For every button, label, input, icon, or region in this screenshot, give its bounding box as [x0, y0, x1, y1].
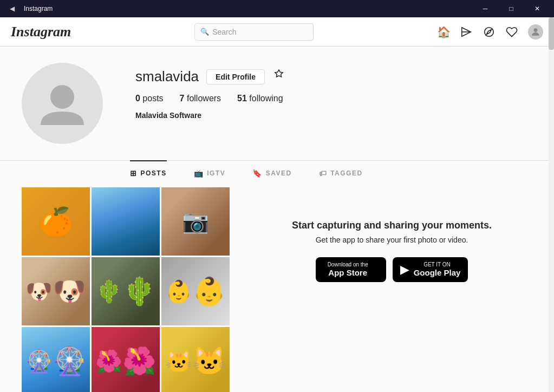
svg-marker-3: [486, 29, 491, 34]
followers-stat[interactable]: 7 followers: [180, 94, 221, 103]
googleplay-text: GET IT ON Google Play: [414, 262, 461, 278]
following-count: 51: [237, 94, 247, 103]
store-buttons: Download on the App Store ▶ GET IT ON Go…: [316, 257, 468, 282]
profile-row1: smalavida Edit Profile: [135, 68, 532, 85]
appstore-text: Download on the App Store: [328, 262, 368, 278]
googleplay-big-text: Google Play: [414, 268, 461, 278]
profile-display-name: Malavida Software: [135, 111, 532, 120]
photo-cell[interactable]: [92, 187, 160, 256]
googleplay-button[interactable]: ▶ GET IT ON Google Play: [393, 257, 468, 282]
following-stat[interactable]: 51 following: [237, 94, 283, 103]
main-content: smalavida Edit Profile 0 posts 7 followe…: [0, 47, 554, 392]
profile-header: smalavida Edit Profile 0 posts 7 followe…: [22, 63, 532, 144]
svg-point-4: [534, 28, 538, 32]
profile-stats: 0 posts 7 followers 51 following: [135, 94, 532, 103]
edit-profile-button[interactable]: Edit Profile: [206, 69, 265, 84]
followers-count: 7: [180, 94, 185, 103]
tagged-tab-icon: 🏷: [319, 169, 328, 178]
content-area: 📷 🐶 🌵 👶 🎡 🌺 🐱 Start capturing and sharin…: [22, 185, 532, 392]
googleplay-small-text: GET IT ON: [414, 262, 461, 268]
posts-tab-label: POSTS: [141, 169, 167, 177]
heart-icon[interactable]: [505, 25, 518, 38]
saved-tab-icon: 🔖: [252, 169, 263, 178]
titlebar: ◀ Instagram ─ □ ✕: [0, 0, 554, 17]
saved-tab-label: SAVED: [266, 169, 292, 177]
tagged-tab-label: TAGGED: [330, 169, 362, 177]
svg-point-5: [50, 85, 74, 109]
instagram-logo: Instagram: [11, 24, 71, 40]
scrollbar[interactable]: [549, 17, 554, 392]
appstore-button[interactable]: Download on the App Store: [316, 257, 386, 282]
google-play-icon: ▶: [400, 263, 409, 277]
avatar-icon: [35, 76, 89, 130]
photo-cell[interactable]: 👶: [161, 257, 230, 325]
tab-saved[interactable]: 🔖 SAVED: [252, 160, 291, 185]
photo-cell[interactable]: 🌺: [92, 327, 160, 392]
photo-cell[interactable]: 📷: [161, 187, 230, 256]
search-wrap: 🔍 Search: [71, 23, 437, 41]
igtv-tab-label: IGTV: [207, 169, 225, 177]
photo-cell[interactable]: 🌵: [92, 257, 160, 325]
cta-title: Start capturing and sharing your moments…: [292, 220, 492, 231]
profile-tabs: ⊞ POSTS 📺 IGTV 🔖 SAVED 🏷 TAGGED: [130, 161, 532, 185]
photo-cell[interactable]: 🎡: [22, 327, 90, 392]
posts-stat: 0 posts: [135, 94, 164, 103]
following-label: following: [249, 94, 283, 103]
photo-cell[interactable]: 🐶: [22, 257, 90, 325]
posts-count: 0: [135, 94, 140, 103]
igtv-tab-icon: 📺: [194, 169, 204, 178]
appstore-big-text: App Store: [328, 268, 368, 278]
tab-tagged[interactable]: 🏷 TAGGED: [319, 160, 363, 185]
search-bar[interactable]: 🔍 Search: [194, 23, 314, 41]
tab-posts[interactable]: ⊞ POSTS: [130, 160, 167, 185]
titlebar-title: Instagram: [24, 5, 473, 12]
nav-icons: 🏠: [437, 24, 543, 40]
cta-area: Start capturing and sharing your moments…: [251, 187, 532, 282]
navbar: Instagram 🔍 Search 🏠: [0, 17, 554, 47]
profile-avatar: [22, 63, 103, 144]
minimize-button[interactable]: ─: [473, 0, 498, 17]
photo-grid: 📷 🐶 🌵 👶 🎡 🌺 🐱: [22, 187, 230, 392]
close-button[interactable]: ✕: [525, 0, 550, 17]
photo-cell[interactable]: [22, 187, 90, 256]
search-icon: 🔍: [200, 28, 209, 36]
explore-icon[interactable]: [483, 25, 496, 38]
posts-tab-icon: ⊞: [130, 169, 138, 178]
posts-label: posts: [142, 94, 163, 103]
scrollbar-thumb[interactable]: [549, 17, 554, 50]
home-icon[interactable]: 🏠: [437, 25, 450, 38]
tab-igtv[interactable]: 📺 IGTV: [194, 160, 226, 185]
back-button[interactable]: ◀: [4, 1, 19, 16]
photo-cell[interactable]: 🐱: [161, 327, 230, 392]
send-icon[interactable]: [460, 25, 473, 38]
window-controls: ─ □ ✕: [473, 0, 550, 17]
followers-label: followers: [187, 94, 221, 103]
badge-icon: [272, 69, 285, 85]
appstore-small-text: Download on the: [328, 262, 368, 268]
profile-username: smalavida: [135, 68, 199, 85]
profile-info: smalavida Edit Profile 0 posts 7 followe…: [135, 63, 532, 120]
avatar[interactable]: [528, 24, 543, 40]
maximize-button[interactable]: □: [499, 0, 524, 17]
search-placeholder: Search: [212, 28, 236, 36]
cta-subtitle: Get the app to share your first photo or…: [316, 236, 468, 244]
